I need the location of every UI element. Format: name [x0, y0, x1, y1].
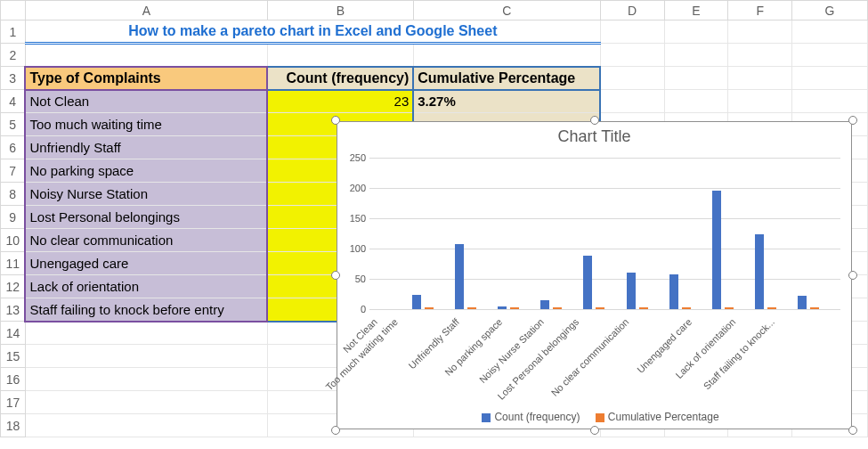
- resize-handle-tr[interactable]: [848, 116, 857, 125]
- row-header-17[interactable]: 17: [1, 391, 26, 414]
- row-header-13[interactable]: 13: [1, 298, 26, 322]
- cell-A14[interactable]: [25, 322, 267, 345]
- cell-E3[interactable]: [664, 67, 728, 90]
- cell-A4[interactable]: Not Clean: [25, 90, 267, 113]
- bar-cum[interactable]: [767, 307, 776, 309]
- cell-E4[interactable]: [664, 90, 728, 113]
- chart-object[interactable]: Chart Title 050100150200250 Not CleanToo…: [329, 114, 859, 437]
- col-header-A[interactable]: A: [25, 1, 267, 20]
- cell-A9[interactable]: Lost Personal belongings: [25, 206, 267, 229]
- bar-count[interactable]: [583, 256, 592, 309]
- col-header-F[interactable]: F: [728, 1, 792, 20]
- cell-A10[interactable]: No clear communication: [25, 229, 267, 252]
- resize-handle-mr[interactable]: [848, 271, 857, 280]
- bar-cum[interactable]: [682, 307, 691, 309]
- row-header-4[interactable]: 4: [1, 90, 26, 113]
- cell-C3[interactable]: Cumulative Percentage: [413, 67, 600, 90]
- cell-C2[interactable]: [413, 44, 600, 67]
- cell-A2[interactable]: [25, 44, 267, 67]
- cell-A17[interactable]: [25, 391, 267, 414]
- row-header-1[interactable]: 1: [1, 20, 26, 44]
- cell-A7[interactable]: No parking space: [25, 159, 267, 183]
- bar-cum[interactable]: [510, 307, 519, 309]
- bar-count[interactable]: [412, 295, 421, 309]
- col-header-D[interactable]: D: [600, 1, 664, 20]
- sheet-title[interactable]: How to make a pareto chart in Excel and …: [25, 20, 600, 44]
- col-header-G[interactable]: G: [792, 1, 868, 20]
- bar-count[interactable]: [455, 244, 464, 309]
- resize-handle-tl[interactable]: [331, 116, 340, 125]
- row-header-6[interactable]: 6: [1, 136, 26, 159]
- resize-handle-bl[interactable]: [331, 426, 340, 435]
- cell-B2[interactable]: [267, 44, 413, 67]
- cell-A18[interactable]: [25, 414, 267, 437]
- bar-count[interactable]: [712, 191, 721, 309]
- resize-handle-br[interactable]: [848, 426, 857, 435]
- cell-G4[interactable]: [792, 90, 868, 113]
- row-header-15[interactable]: 15: [1, 345, 26, 368]
- resize-handle-mb[interactable]: [590, 426, 599, 435]
- bar-count[interactable]: [755, 234, 764, 309]
- bar-cum[interactable]: [467, 307, 476, 309]
- col-header-E[interactable]: E: [664, 1, 728, 20]
- col-header-C[interactable]: C: [413, 1, 600, 20]
- chart-box[interactable]: Chart Title 050100150200250 Not CleanToo…: [337, 121, 852, 429]
- row-header-12[interactable]: 12: [1, 275, 26, 298]
- cell-G1[interactable]: [792, 20, 868, 44]
- bar-cum[interactable]: [725, 307, 734, 309]
- cell-G2[interactable]: [792, 44, 868, 67]
- row-header-10[interactable]: 10: [1, 229, 26, 252]
- cell-A6[interactable]: Unfriendly Staff: [25, 136, 267, 159]
- chart-title[interactable]: Chart Title: [337, 122, 851, 148]
- cell-A15[interactable]: [25, 345, 267, 368]
- row-header-18[interactable]: 18: [1, 414, 26, 437]
- cell-A8[interactable]: Noisy Nurse Station: [25, 183, 267, 206]
- bar-cum[interactable]: [810, 307, 819, 309]
- row-header-5[interactable]: 5: [1, 113, 26, 136]
- row-header-9[interactable]: 9: [1, 206, 26, 229]
- cell-E1[interactable]: [664, 20, 728, 44]
- bar-count[interactable]: [627, 273, 636, 309]
- cell-F1[interactable]: [728, 20, 792, 44]
- bar-cum[interactable]: [596, 307, 604, 309]
- bar-count[interactable]: [798, 296, 807, 309]
- cell-E2[interactable]: [664, 44, 728, 67]
- bar-count[interactable]: [669, 274, 678, 309]
- row-header-7[interactable]: 7: [1, 159, 26, 183]
- column-header-row: A B C D E F G: [1, 1, 868, 20]
- col-header-B[interactable]: B: [267, 1, 413, 20]
- cell-A5[interactable]: Too much waiting time: [25, 113, 267, 136]
- cell-D3[interactable]: [600, 67, 664, 90]
- cell-D1[interactable]: [600, 20, 664, 44]
- row-header-16[interactable]: 16: [1, 368, 26, 391]
- bar-count[interactable]: [498, 306, 507, 309]
- cell-F4[interactable]: [728, 90, 792, 113]
- cell-F3[interactable]: [728, 67, 792, 90]
- chart-plot-area[interactable]: [369, 158, 840, 309]
- row-header-3[interactable]: 3: [1, 67, 26, 90]
- resize-handle-mt[interactable]: [590, 116, 599, 125]
- cell-D2[interactable]: [600, 44, 664, 67]
- bar-count[interactable]: [540, 300, 549, 309]
- chart-legend[interactable]: Count (frequency) Cumulative Percentage: [337, 411, 851, 423]
- cell-A3[interactable]: Type of Complaints: [25, 67, 267, 90]
- cell-A12[interactable]: Lack of orientation: [25, 275, 267, 298]
- bar-cum[interactable]: [425, 307, 434, 309]
- cell-A16[interactable]: [25, 368, 267, 391]
- resize-handle-ml[interactable]: [331, 271, 340, 280]
- row-header-8[interactable]: 8: [1, 183, 26, 206]
- select-all-corner[interactable]: [1, 1, 26, 20]
- cell-B4[interactable]: 23: [267, 90, 413, 113]
- row-header-11[interactable]: 11: [1, 252, 26, 275]
- cell-C4[interactable]: 3.27%: [413, 90, 600, 113]
- row-header-14[interactable]: 14: [1, 322, 26, 345]
- cell-B3[interactable]: Count (frequency): [267, 67, 413, 90]
- bar-cum[interactable]: [639, 307, 648, 309]
- cell-A13[interactable]: Staff failing to knock before entry: [25, 298, 267, 322]
- cell-D4[interactable]: [600, 90, 664, 113]
- row-header-2[interactable]: 2: [1, 44, 26, 67]
- cell-A11[interactable]: Unengaged care: [25, 252, 267, 275]
- cell-G3[interactable]: [792, 67, 868, 90]
- bar-cum[interactable]: [553, 307, 562, 309]
- cell-F2[interactable]: [728, 44, 792, 67]
